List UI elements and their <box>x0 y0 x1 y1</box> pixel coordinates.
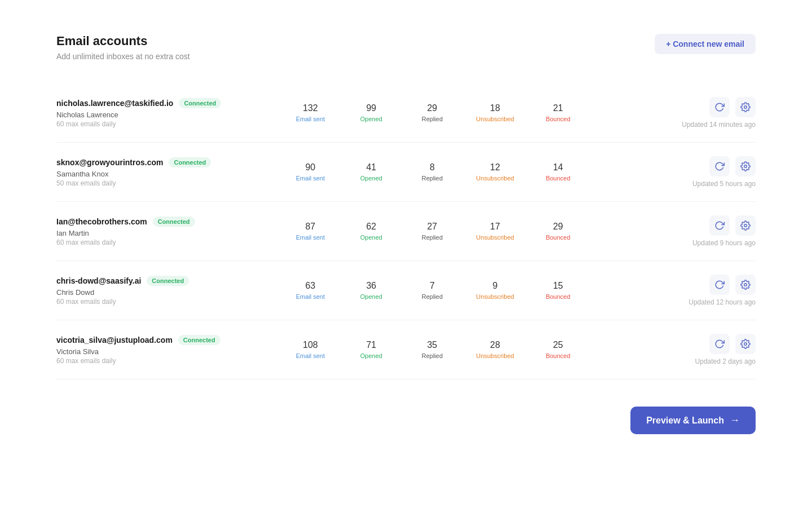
arrow-icon: → <box>730 414 740 426</box>
connect-new-email-button[interactable]: + Connect new email <box>655 34 756 54</box>
account-info: nicholas.lawrence@taskified.io Connected… <box>56 98 214 128</box>
stat-email-sent: 90 Email sent <box>293 162 327 182</box>
stat-label-email-sent: Email sent <box>296 234 325 241</box>
account-name: Ian Martin <box>56 229 214 237</box>
stat-unsubscribed: 28 Unsubscribed <box>476 340 514 359</box>
sync-icon-button[interactable] <box>709 334 730 354</box>
account-email: Ian@thecobrothers.com <box>56 217 147 226</box>
account-email-row: nicholas.lawrence@taskified.io Connected <box>56 98 214 108</box>
stat-replied: 35 Replied <box>415 340 449 359</box>
stat-number-opened: 36 <box>366 281 376 291</box>
page-container: Email accounts Add unlimited inboxes at … <box>0 0 812 491</box>
stat-label-opened: Opened <box>360 234 382 241</box>
account-email-row: sknox@growyourintros.com Connected <box>56 157 214 167</box>
stat-bounced: 21 Bounced <box>541 103 575 122</box>
updated-text: Updated 14 minutes ago <box>682 121 756 129</box>
stat-number-replied: 7 <box>430 281 435 291</box>
settings-icon <box>740 161 751 171</box>
stat-email-sent: 87 Email sent <box>293 222 327 241</box>
settings-icon <box>740 220 751 231</box>
sync-icon <box>714 339 725 349</box>
stat-number-bounced: 29 <box>553 222 563 232</box>
account-email-row: Ian@thecobrothers.com Connected <box>56 217 214 227</box>
stats-row: 90 Email sent 41 Opened 8 Replied 12 Uns… <box>226 162 643 182</box>
account-actions: Updated 2 days ago <box>654 334 756 365</box>
preview-launch-label: Preview & Launch <box>646 416 724 426</box>
stat-number-bounced: 14 <box>553 162 563 173</box>
sync-icon-button[interactable] <box>709 97 730 117</box>
account-email: sknox@growyourintros.com <box>56 158 163 167</box>
svg-point-2 <box>744 224 747 227</box>
account-actions: Updated 9 hours ago <box>654 215 756 247</box>
sync-icon-button[interactable] <box>709 275 730 295</box>
account-info: vicotria_silva@justupload.com Connected … <box>56 335 214 365</box>
stat-number-email-sent: 90 <box>305 162 315 173</box>
stat-label-replied: Replied <box>422 116 443 122</box>
stats-row: 87 Email sent 62 Opened 27 Replied 17 Un… <box>226 222 643 241</box>
stat-number-email-sent: 132 <box>303 103 318 113</box>
stat-label-email-sent: Email sent <box>296 352 325 359</box>
settings-icon-button[interactable] <box>735 97 756 117</box>
svg-point-1 <box>744 165 747 168</box>
stat-opened: 62 Opened <box>354 222 388 241</box>
stat-label-bounced: Bounced <box>546 293 570 300</box>
stat-email-sent: 108 Email sent <box>293 340 327 359</box>
settings-icon-button[interactable] <box>735 215 756 236</box>
action-icons <box>709 215 756 236</box>
settings-icon-button[interactable] <box>735 156 756 176</box>
account-info: sknox@growyourintros.com Connected Saman… <box>56 157 214 187</box>
connected-badge: Connected <box>147 276 189 286</box>
settings-icon <box>740 339 751 349</box>
stat-number-replied: 29 <box>427 103 437 113</box>
stat-opened: 99 Opened <box>354 103 388 122</box>
account-info: Ian@thecobrothers.com Connected Ian Mart… <box>56 217 214 246</box>
updated-text: Updated 9 hours ago <box>692 239 756 247</box>
stat-unsubscribed: 12 Unsubscribed <box>476 162 514 182</box>
sync-icon-button[interactable] <box>709 156 730 176</box>
connected-badge: Connected <box>178 335 220 345</box>
sync-icon <box>714 161 725 171</box>
stat-number-replied: 8 <box>430 162 435 173</box>
stat-label-bounced: Bounced <box>546 234 570 241</box>
stat-label-replied: Replied <box>422 293 443 300</box>
account-limit: 60 max emails daily <box>56 120 214 128</box>
stat-bounced: 25 Bounced <box>541 340 575 359</box>
settings-icon-button[interactable] <box>735 275 756 295</box>
stats-row: 108 Email sent 71 Opened 35 Replied 28 U… <box>226 340 643 359</box>
account-row: vicotria_silva@justupload.com Connected … <box>56 320 756 379</box>
account-email: vicotria_silva@justupload.com <box>56 336 173 345</box>
stat-bounced: 15 Bounced <box>541 281 575 300</box>
stat-replied: 29 Replied <box>415 103 449 122</box>
sync-icon-button[interactable] <box>709 215 730 236</box>
stat-label-unsubscribed: Unsubscribed <box>476 175 514 182</box>
connected-badge: Connected <box>169 157 211 167</box>
stat-label-bounced: Bounced <box>546 352 570 359</box>
footer-row: Preview & Launch → <box>56 407 756 434</box>
stat-label-replied: Replied <box>422 352 443 359</box>
preview-launch-button[interactable]: Preview & Launch → <box>630 407 756 434</box>
stat-bounced: 14 Bounced <box>541 162 575 182</box>
page-subtitle: Add unlimited inboxes at no extra cost <box>56 52 190 61</box>
stat-number-replied: 27 <box>427 222 437 232</box>
stat-replied: 7 Replied <box>415 281 449 300</box>
stats-row: 63 Email sent 36 Opened 7 Replied 9 Unsu… <box>226 281 643 300</box>
stat-number-opened: 71 <box>366 340 376 350</box>
stat-number-email-sent: 63 <box>305 281 315 291</box>
stat-number-bounced: 21 <box>553 103 563 113</box>
updated-text: Updated 12 hours ago <box>689 298 756 306</box>
account-name: Samantha Knox <box>56 170 214 178</box>
stat-number-unsubscribed: 12 <box>490 162 500 173</box>
account-row: Ian@thecobrothers.com Connected Ian Mart… <box>56 202 756 261</box>
stat-label-bounced: Bounced <box>546 116 570 122</box>
stat-email-sent: 63 Email sent <box>293 281 327 300</box>
stat-number-bounced: 15 <box>553 281 563 291</box>
account-row: nicholas.lawrence@taskified.io Connected… <box>56 83 756 143</box>
stat-label-email-sent: Email sent <box>296 175 325 182</box>
stat-number-opened: 41 <box>366 162 376 173</box>
account-actions: Updated 14 minutes ago <box>654 97 756 129</box>
account-email: nicholas.lawrence@taskified.io <box>56 99 173 108</box>
settings-icon <box>740 280 751 290</box>
sync-icon <box>714 102 725 112</box>
settings-icon-button[interactable] <box>735 334 756 354</box>
account-row: sknox@growyourintros.com Connected Saman… <box>56 143 756 202</box>
